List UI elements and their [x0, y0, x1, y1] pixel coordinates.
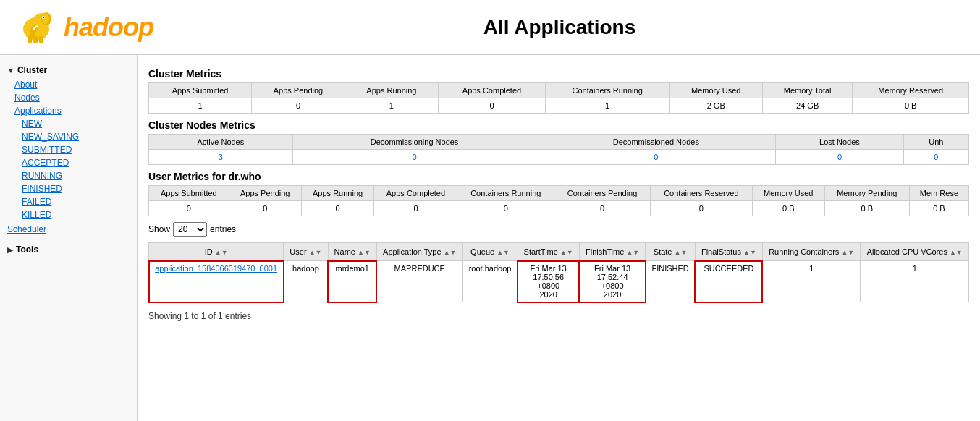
um-apps-running: 0: [301, 201, 374, 216]
sidebar-item-about[interactable]: About: [0, 78, 137, 91]
table-row: application_1584066319470_0001 hadoop mr…: [149, 261, 969, 302]
at-header-finishtime[interactable]: FinishTime ▲▼: [579, 243, 645, 261]
cm-memory-total: 24 GB: [762, 98, 852, 114]
sidebar-tools-header[interactable]: ▶ Tools: [0, 242, 137, 258]
cm-memory-used: 2 GB: [669, 98, 762, 114]
at-header-app-type[interactable]: Application Type ▲▼: [376, 243, 462, 261]
app-type-cell: MAPREDUCE: [376, 261, 462, 302]
show-label: Show: [148, 224, 170, 234]
cm-header-memory-reserved: Memory Reserved: [853, 83, 969, 98]
um-containers-running: 0: [457, 201, 554, 216]
cnm-unh: 0: [903, 150, 968, 165]
new-saving-link[interactable]: NEW_SAVING: [22, 132, 79, 142]
failed-link[interactable]: FAILED: [22, 197, 51, 207]
um-header-containers-pending: Containers Pending: [554, 186, 651, 201]
at-header-queue[interactable]: Queue ▲▼: [462, 243, 518, 261]
new-link[interactable]: NEW: [22, 119, 42, 129]
sidebar-item-finished[interactable]: FINISHED: [0, 182, 137, 195]
cm-header-apps-submitted: Apps Submitted: [149, 83, 252, 98]
main-content: Cluster Metrics Apps Submitted Apps Pend…: [138, 55, 980, 421]
app-finalstatus-cell: SUCCEEDED: [695, 261, 762, 302]
finalstatus-sort-icon: ▲▼: [743, 249, 756, 256]
cm-apps-running: 1: [345, 98, 438, 114]
applications-table: ID ▲▼ User ▲▼ Name ▲▼ Application Type ▲…: [148, 242, 969, 302]
running-link[interactable]: RUNNING: [22, 171, 62, 181]
cm-apps-submitted: 1: [149, 98, 252, 114]
sidebar-item-new[interactable]: NEW: [0, 117, 137, 130]
user-sort-icon: ▲▼: [309, 249, 322, 256]
state-sort-icon: ▲▼: [675, 249, 688, 256]
submitted-link[interactable]: SUBMITTED: [22, 145, 72, 155]
logo-area: hadoop: [14, 7, 153, 47]
sidebar-item-nodes[interactable]: Nodes: [0, 91, 137, 104]
um-apps-pending: 0: [229, 201, 301, 216]
svg-point-5: [43, 17, 44, 18]
cluster-metrics-title: Cluster Metrics: [148, 68, 969, 80]
at-header-finalstatus[interactable]: FinalStatus ▲▼: [695, 243, 762, 261]
cnm-header-lost: Lost Nodes: [776, 135, 903, 150]
scheduler-link[interactable]: Scheduler: [7, 224, 46, 234]
sidebar-item-submitted[interactable]: SUBMITTED: [0, 143, 137, 156]
app-id-link[interactable]: application_1584066319470_0001: [155, 264, 277, 273]
cnm-header-unh: Unh: [903, 135, 968, 150]
app-state-cell: FINISHED: [646, 261, 696, 302]
cnm-lost: 0: [776, 150, 903, 165]
at-header-starttime[interactable]: StartTime ▲▼: [518, 243, 579, 261]
sidebar-item-applications[interactable]: Applications: [0, 104, 137, 117]
um-header-containers-reserved: Containers Reserved: [650, 186, 752, 201]
cm-apps-pending: 0: [252, 98, 345, 114]
hadoop-logo-icon: [14, 7, 58, 47]
cm-memory-reserved: 0 B: [853, 98, 969, 114]
um-header-apps-submitted: Apps Submitted: [149, 186, 229, 201]
cm-header-memory-used: Memory Used: [669, 83, 762, 98]
at-header-state[interactable]: State ▲▼: [646, 243, 696, 261]
at-header-allocated-cpu[interactable]: Allocated CPU VCores ▲▼: [861, 243, 969, 261]
tools-triangle-icon: ▶: [7, 246, 13, 254]
sidebar-item-killed[interactable]: KILLED: [0, 208, 137, 221]
cm-header-apps-running: Apps Running: [345, 83, 438, 98]
at-header-name[interactable]: Name ▲▼: [328, 243, 376, 261]
at-header-id[interactable]: ID ▲▼: [149, 243, 284, 261]
at-header-user[interactable]: User ▲▼: [284, 243, 328, 261]
app-running-containers-cell: 1: [762, 261, 860, 302]
um-header-mem-rese: Mem Rese: [909, 186, 968, 201]
user-metrics-table: Apps Submitted Apps Pending Apps Running…: [148, 185, 969, 216]
sidebar-item-accepted[interactable]: ACCEPTED: [0, 156, 137, 169]
cnm-decommissioned: 0: [536, 150, 776, 165]
cm-header-memory-total: Memory Total: [762, 83, 852, 98]
at-header-running-containers[interactable]: Running Containers ▲▼: [762, 243, 860, 261]
um-apps-submitted: 0: [149, 201, 229, 216]
um-containers-reserved: 0: [650, 201, 752, 216]
sidebar-cluster-header[interactable]: ▼ Cluster: [0, 62, 137, 78]
app-name-value: mrdemo1: [335, 264, 368, 273]
finished-link[interactable]: FINISHED: [22, 184, 62, 194]
app-id-cell[interactable]: application_1584066319470_0001: [149, 261, 284, 302]
accepted-link[interactable]: ACCEPTED: [22, 158, 69, 168]
applications-link[interactable]: Applications: [14, 106, 62, 116]
showing-label: Showing 1 to 1 of 1 entries: [148, 311, 251, 321]
table-footer: Showing 1 to 1 of 1 entries: [148, 308, 969, 324]
um-containers-pending: 0: [554, 201, 651, 216]
um-memory-used: 0 B: [752, 201, 824, 216]
cnm-header-decommissioned: Decommissioned Nodes: [536, 135, 776, 150]
sidebar: ▼ Cluster About Nodes Applications NEW N…: [0, 55, 138, 421]
killed-link[interactable]: KILLED: [22, 210, 51, 220]
app-allocated-cpu-cell: 1: [861, 261, 969, 302]
sidebar-item-new-saving[interactable]: NEW_SAVING: [0, 130, 137, 143]
nodes-link[interactable]: Nodes: [14, 93, 40, 103]
sidebar-item-failed[interactable]: FAILED: [0, 195, 137, 208]
entries-select[interactable]: 10 20 50 100: [173, 222, 207, 237]
app-starttime-cell: Fri Mar 1317:50:56+08002020: [518, 261, 579, 302]
svg-rect-7: [33, 36, 38, 43]
cluster-nodes-metrics-title: Cluster Nodes Metrics: [148, 119, 969, 131]
about-link[interactable]: About: [14, 80, 37, 90]
cm-header-apps-completed: Apps Completed: [439, 83, 546, 98]
cm-containers-running: 1: [545, 98, 669, 114]
sidebar-item-scheduler[interactable]: Scheduler: [0, 221, 137, 236]
cnm-decommissioning: 0: [292, 150, 536, 165]
sidebar-item-running[interactable]: RUNNING: [0, 169, 137, 182]
app-finishtime-cell: Fri Mar 1317:52:44+08002020: [579, 261, 645, 302]
cnm-header-decommissioning: Decommissioning Nodes: [292, 135, 536, 150]
cpu-sort-icon: ▲▼: [950, 249, 963, 256]
app-name-cell: mrdemo1: [328, 261, 376, 302]
